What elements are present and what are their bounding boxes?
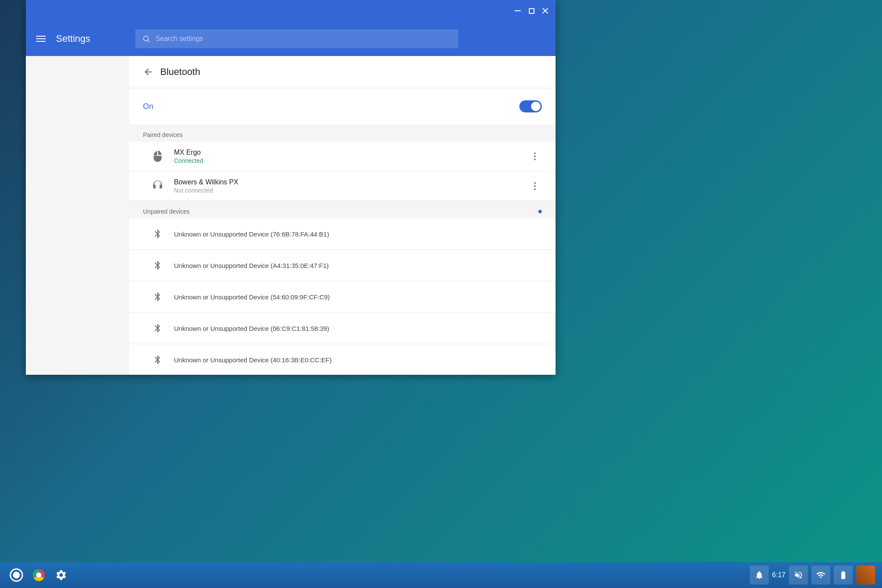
hamburger-menu[interactable] <box>36 36 46 42</box>
unpaired-label: Unpaired devices <box>143 208 189 215</box>
unpaired-device-item[interactable]: Unknown or Unsupported Device (76:6B:78:… <box>129 218 556 250</box>
mouse-icon <box>150 149 165 164</box>
user-avatar[interactable] <box>856 566 875 585</box>
bluetooth-icon <box>150 289 165 305</box>
svg-point-6 <box>534 152 536 154</box>
taskbar: 6:17 <box>0 562 882 588</box>
unpaired-device-name: Unknown or Unsupported Device (54:60:09:… <box>174 293 330 301</box>
close-button[interactable] <box>540 6 550 16</box>
search-input[interactable] <box>155 35 451 43</box>
unpaired-device-item[interactable]: Unknown or Unsupported Device (06:C9:C1:… <box>129 313 556 344</box>
minimize-button[interactable] <box>512 6 523 16</box>
paired-devices-list: MX Ergo Connected <box>129 142 556 201</box>
svg-point-16 <box>37 573 41 577</box>
svg-point-4 <box>143 36 148 41</box>
bluetooth-icon <box>150 226 165 242</box>
device-status: Connected <box>174 157 519 164</box>
search-icon <box>142 34 150 43</box>
search-bar <box>135 29 458 48</box>
unpaired-device-name: Unknown or Unsupported Device (40:16:3B:… <box>174 356 332 364</box>
unpaired-devices-header: Unpaired devices <box>129 201 556 218</box>
battery-icon[interactable] <box>834 566 853 585</box>
headphones-icon <box>150 178 165 194</box>
bluetooth-icon <box>150 320 165 336</box>
svg-point-13 <box>13 572 20 579</box>
device-info: Bowers & Wilkins PX Not connected <box>174 178 519 194</box>
unpaired-device-name: Unknown or Unsupported Device (06:C9:C1:… <box>174 325 329 332</box>
device-more-button[interactable] <box>528 179 542 193</box>
settings-window: Settings Bluetooth <box>26 0 556 375</box>
bluetooth-on-label: On <box>143 102 153 111</box>
svg-point-7 <box>534 156 536 157</box>
taskbar-circle-icon[interactable] <box>7 566 26 585</box>
svg-point-10 <box>534 185 536 187</box>
bluetooth-header: Bluetooth <box>129 56 556 88</box>
mute-icon[interactable] <box>789 566 808 585</box>
titlebar <box>26 0 556 22</box>
app-title: Settings <box>56 33 125 44</box>
bluetooth-toggle-row: On <box>129 88 556 124</box>
back-button[interactable] <box>143 67 153 77</box>
taskbar-chrome-icon[interactable] <box>29 566 48 585</box>
paired-device-item: Bowers & Wilkins PX Not connected <box>129 171 556 201</box>
unpaired-device-name: Unknown or Unsupported Device (76:6B:78:… <box>174 230 329 238</box>
content-panel: Bluetooth On Paired devices <box>129 56 556 375</box>
paired-devices-header: Paired devices <box>129 124 556 142</box>
unpaired-device-name: Unknown or Unsupported Device (A4:31:35:… <box>174 262 329 269</box>
notification-icon[interactable] <box>750 566 769 585</box>
bluetooth-icon <box>150 258 165 273</box>
main-area: Bluetooth On Paired devices <box>26 56 556 375</box>
loading-indicator <box>538 210 542 213</box>
svg-point-9 <box>534 182 536 184</box>
unpaired-device-item[interactable]: Unknown or Unsupported Device (54:60:09:… <box>129 281 556 313</box>
device-status: Not connected <box>174 187 519 194</box>
bluetooth-icon <box>150 352 165 367</box>
taskbar-time: 6:17 <box>772 571 786 579</box>
svg-rect-1 <box>529 9 534 13</box>
taskbar-settings-icon[interactable] <box>52 566 71 585</box>
unpaired-device-item[interactable]: Unknown or Unsupported Device (A4:31:35:… <box>129 250 556 281</box>
maximize-button[interactable] <box>526 6 537 16</box>
svg-rect-0 <box>515 10 521 11</box>
wifi-icon[interactable] <box>811 566 830 585</box>
bluetooth-toggle[interactable] <box>519 100 542 112</box>
svg-line-5 <box>148 40 149 42</box>
sidebar <box>26 56 129 375</box>
device-more-button[interactable] <box>528 149 542 163</box>
paired-device-item: MX Ergo Connected <box>129 142 556 171</box>
svg-point-8 <box>534 159 536 160</box>
device-name: Bowers & Wilkins PX <box>174 178 519 186</box>
device-name: MX Ergo <box>174 149 519 156</box>
app-header: Settings <box>26 22 556 56</box>
unpaired-device-item[interactable]: Unknown or Unsupported Device (40:16:3B:… <box>129 344 556 375</box>
device-info: MX Ergo Connected <box>174 149 519 164</box>
svg-point-11 <box>534 188 536 190</box>
bluetooth-title: Bluetooth <box>160 66 200 78</box>
